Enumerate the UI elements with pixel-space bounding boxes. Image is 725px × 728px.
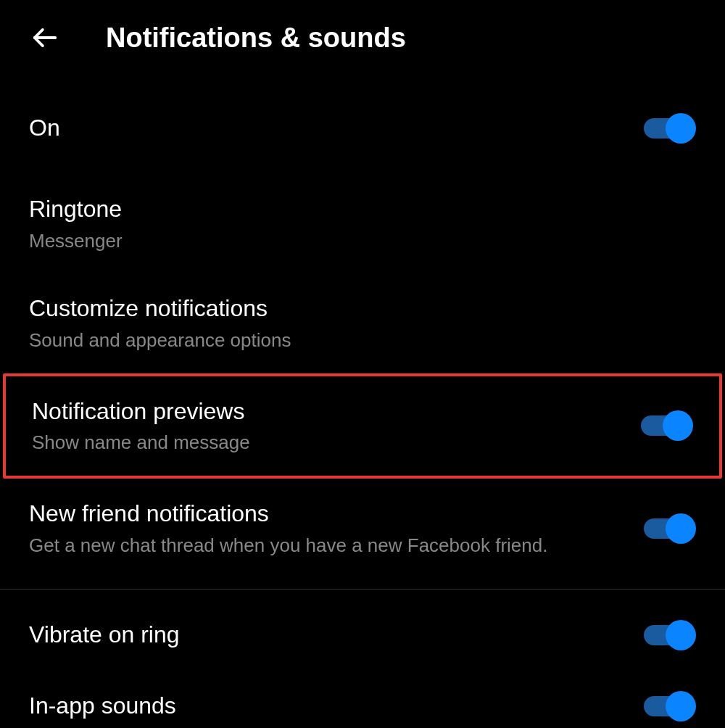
toggle-thumb bbox=[666, 620, 696, 650]
setting-notification-previews[interactable]: Notification previews Show name and mess… bbox=[6, 376, 719, 476]
setting-title: On bbox=[29, 113, 60, 144]
toggle-thumb bbox=[663, 410, 693, 441]
toggle-on[interactable] bbox=[644, 113, 696, 144]
setting-text: Vibrate on ring bbox=[29, 620, 180, 650]
setting-text: Notification previews Show name and mess… bbox=[32, 397, 250, 455]
toggle-in-app-sounds[interactable] bbox=[644, 691, 696, 721]
setting-in-app-sounds[interactable]: In-app sounds bbox=[0, 671, 725, 728]
setting-title: Notification previews bbox=[32, 397, 250, 427]
setting-text: Customize notifications Sound and appear… bbox=[29, 294, 291, 352]
highlight-box: Notification previews Show name and mess… bbox=[3, 373, 722, 479]
setting-title: In-app sounds bbox=[29, 691, 176, 721]
setting-text: Ringtone Messenger bbox=[29, 194, 123, 253]
setting-subtitle: Show name and message bbox=[32, 431, 250, 455]
settings-list: On Ringtone Messenger Customize notifica… bbox=[0, 83, 725, 728]
setting-on[interactable]: On bbox=[0, 83, 725, 174]
setting-ringtone[interactable]: Ringtone Messenger bbox=[0, 174, 725, 273]
setting-title: New friend notifications bbox=[29, 499, 547, 529]
toggle-thumb bbox=[666, 113, 696, 144]
divider bbox=[0, 589, 725, 590]
header: Notifications & sounds bbox=[0, 0, 725, 83]
toggle-thumb bbox=[666, 691, 696, 721]
back-button[interactable] bbox=[29, 22, 61, 54]
toggle-vibrate[interactable] bbox=[644, 620, 696, 650]
setting-subtitle: Get a new chat thread when you have a ne… bbox=[29, 534, 547, 558]
setting-text: New friend notifications Get a new chat … bbox=[29, 499, 547, 558]
setting-title: Customize notifications bbox=[29, 294, 291, 324]
toggle-new-friend[interactable] bbox=[644, 513, 696, 544]
toggle-thumb bbox=[666, 513, 696, 544]
setting-text: On bbox=[29, 113, 60, 144]
setting-text: In-app sounds bbox=[29, 691, 176, 721]
arrow-left-icon bbox=[31, 24, 59, 51]
setting-vibrate[interactable]: Vibrate on ring bbox=[0, 600, 725, 671]
setting-subtitle: Sound and appearance options bbox=[29, 328, 291, 353]
page-title: Notifications & sounds bbox=[106, 22, 406, 54]
toggle-previews[interactable] bbox=[641, 410, 693, 441]
setting-subtitle: Messenger bbox=[29, 229, 123, 254]
setting-title: Vibrate on ring bbox=[29, 620, 180, 650]
setting-title: Ringtone bbox=[29, 194, 123, 225]
setting-customize[interactable]: Customize notifications Sound and appear… bbox=[0, 273, 725, 373]
setting-new-friend[interactable]: New friend notifications Get a new chat … bbox=[0, 479, 725, 578]
